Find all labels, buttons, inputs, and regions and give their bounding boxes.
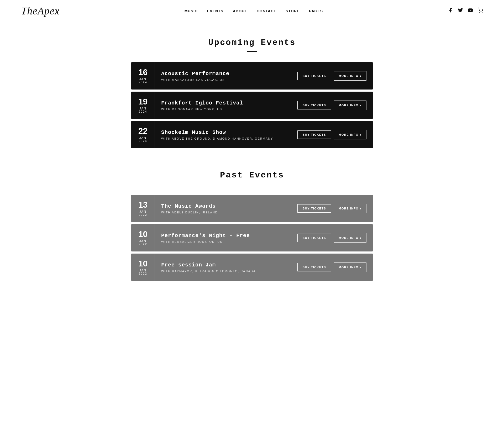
event-date: 16 JAN 2024 <box>131 62 155 90</box>
event-info: Shockelm Music Show WITH ABOVE THE GROUN… <box>155 124 291 145</box>
event-subtitle: WITH ADELE DUBLIN, IRELAND <box>161 211 285 214</box>
event-row: 10 JAN 2022 Free session Jam WITH RAYMAY… <box>131 254 373 281</box>
event-row: 10 JAN 2022 Performance's Night – Free W… <box>131 224 373 251</box>
event-date: 22 JAN 2024 <box>131 121 155 148</box>
event-subtitle: WITH RAYMAYOR, ULTRASONIC TORONTO, CANAD… <box>161 270 285 273</box>
event-actions: BUY TICKETS MORE INFO <box>291 262 373 272</box>
main-nav: MUSICEVENTSABOUTCONTACTSTOREPAGES <box>185 9 323 13</box>
nav-item-about[interactable]: ABOUT <box>233 9 247 13</box>
buy-tickets-button[interactable]: BUY TICKETS <box>297 234 331 242</box>
past-divider <box>247 184 257 184</box>
more-info-button[interactable]: MORE INFO <box>334 101 366 110</box>
upcoming-events-list: 16 JAN 2024 Acoustic Performance WITH MA… <box>131 62 373 149</box>
event-name: Acoustic Performance <box>161 71 285 77</box>
event-year: 2024 <box>135 81 151 84</box>
event-info: Frankfort Igloo Festival WITH DJ SONAAR … <box>155 95 291 116</box>
event-info: The Music Awards WITH ADELE DUBLIN, IREL… <box>155 198 291 219</box>
event-actions: BUY TICKETS MORE INFO <box>291 71 373 81</box>
buy-tickets-button[interactable]: BUY TICKETS <box>297 204 331 213</box>
main-content: Upcoming Events 16 JAN 2024 Acoustic Per… <box>126 22 378 298</box>
twitter-icon[interactable] <box>458 8 463 14</box>
event-name: Performance's Night – Free <box>161 233 285 239</box>
event-year: 2024 <box>135 110 151 113</box>
event-month: JAN <box>135 210 151 213</box>
event-year: 2022 <box>135 272 151 275</box>
more-info-button[interactable]: MORE INFO <box>334 262 366 272</box>
event-row: 16 JAN 2024 Acoustic Performance WITH MA… <box>131 62 373 90</box>
nav-item-pages[interactable]: PAGES <box>309 9 323 13</box>
social-links <box>448 8 483 14</box>
event-month: JAN <box>135 107 151 110</box>
nav-item-contact[interactable]: CONTACT <box>257 9 276 13</box>
event-month: JAN <box>135 77 151 81</box>
event-name: Free session Jam <box>161 262 285 268</box>
facebook-icon[interactable] <box>448 8 453 14</box>
youtube-icon[interactable] <box>468 8 473 14</box>
buy-tickets-button[interactable]: BUY TICKETS <box>297 130 331 139</box>
event-day: 10 <box>135 259 151 268</box>
site-logo[interactable]: TheApex <box>21 5 60 17</box>
past-title: Past Events <box>131 170 373 180</box>
event-date: 10 JAN 2022 <box>131 224 155 251</box>
svg-point-1 <box>482 12 482 13</box>
more-info-button[interactable]: MORE INFO <box>334 204 366 213</box>
event-subtitle: WITH MASKATOMB LAS VEGAS, US <box>161 78 285 81</box>
past-events-list: 13 JAN 2022 The Music Awards WITH ADELE … <box>131 195 373 282</box>
upcoming-divider <box>247 51 257 52</box>
more-info-button[interactable]: MORE INFO <box>334 71 366 81</box>
event-day: 13 <box>135 201 151 209</box>
event-month: JAN <box>135 136 151 139</box>
cart-icon[interactable] <box>478 8 483 14</box>
event-info: Acoustic Performance WITH MASKATOMB LAS … <box>155 65 291 87</box>
event-actions: BUY TICKETS MORE INFO <box>291 204 373 213</box>
nav-item-music[interactable]: MUSIC <box>185 9 198 13</box>
event-info: Free session Jam WITH RAYMAYOR, ULTRASON… <box>155 257 291 278</box>
event-row: 22 JAN 2024 Shockelm Music Show WITH ABO… <box>131 121 373 148</box>
event-day: 16 <box>135 68 151 76</box>
event-month: JAN <box>135 269 151 272</box>
event-row: 19 JAN 2024 Frankfort Igloo Festival WIT… <box>131 92 373 119</box>
event-name: The Music Awards <box>161 203 285 209</box>
event-date: 13 JAN 2022 <box>131 195 155 222</box>
event-date: 10 JAN 2022 <box>131 254 155 281</box>
event-actions: BUY TICKETS MORE INFO <box>291 130 373 139</box>
site-header: TheApex MUSICEVENTSABOUTCONTACTSTOREPAGE… <box>0 0 504 22</box>
event-day: 10 <box>135 230 151 238</box>
event-month: JAN <box>135 239 151 243</box>
past-section: Past Events 13 JAN 2022 The Music Awards… <box>131 170 373 282</box>
event-day: 22 <box>135 127 151 135</box>
event-actions: BUY TICKETS MORE INFO <box>291 101 373 110</box>
buy-tickets-button[interactable]: BUY TICKETS <box>297 263 331 271</box>
buy-tickets-button[interactable]: BUY TICKETS <box>297 101 331 109</box>
buy-tickets-button[interactable]: BUY TICKETS <box>297 72 331 80</box>
nav-item-store[interactable]: STORE <box>286 9 300 13</box>
event-day: 19 <box>135 97 151 106</box>
event-name: Frankfort Igloo Festival <box>161 100 285 106</box>
event-subtitle: WITH HERBALIZER HOUSTON, US <box>161 240 285 243</box>
event-year: 2022 <box>135 243 151 246</box>
event-subtitle: WITH DJ SONAAR NEW YORK, US <box>161 108 285 111</box>
event-info: Performance's Night – Free WITH HERBALIZ… <box>155 227 291 249</box>
upcoming-title: Upcoming Events <box>131 38 373 48</box>
more-info-button[interactable]: MORE INFO <box>334 130 366 139</box>
event-year: 2022 <box>135 213 151 216</box>
event-name: Shockelm Music Show <box>161 129 285 135</box>
event-actions: BUY TICKETS MORE INFO <box>291 233 373 243</box>
event-row: 13 JAN 2022 The Music Awards WITH ADELE … <box>131 195 373 222</box>
event-date: 19 JAN 2024 <box>131 92 155 119</box>
event-subtitle: WITH ABOVE THE GROUND, DIAMOND HANNOVER,… <box>161 137 285 140</box>
nav-item-events[interactable]: EVENTS <box>207 9 223 13</box>
more-info-button[interactable]: MORE INFO <box>334 233 366 243</box>
event-year: 2024 <box>135 139 151 143</box>
svg-point-0 <box>480 12 480 13</box>
